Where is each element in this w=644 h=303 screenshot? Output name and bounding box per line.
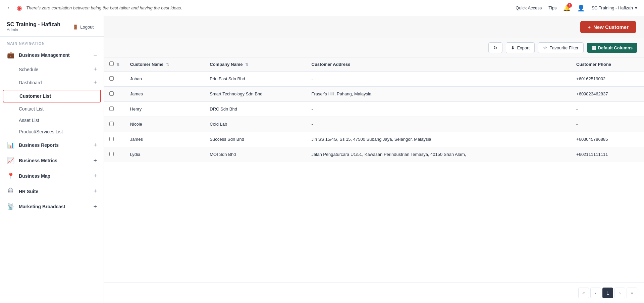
row-checkbox[interactable] (109, 106, 114, 111)
new-customer-label: New Customer (593, 24, 629, 30)
favourite-icon: ☆ (543, 45, 547, 50)
business-reports-icon: 📊 (7, 141, 15, 149)
business-map-label: Business Map (19, 173, 50, 179)
row-checkbox[interactable] (109, 122, 114, 126)
sidebar-item-dashboard[interactable]: Dashboard + (0, 76, 104, 89)
dashboard-toggle[interactable]: + (93, 79, 97, 86)
customer-table-container: ⇅ Customer Name ⇅ Company Name ⇅ Custome… (104, 57, 644, 283)
table-toolbar: ↻ ⬇ Export ☆ Favourite Filter ▦ Default … (104, 38, 644, 57)
pagination: « ‹ 1 › » (104, 283, 644, 303)
header-company-name-label: Company Name (210, 62, 243, 67)
notification-icon[interactable]: 🔔 1 (563, 4, 571, 12)
default-columns-button[interactable]: ▦ Default Columns (587, 43, 637, 53)
quick-access-link[interactable]: Quick Access (516, 5, 542, 10)
header-company-name[interactable]: Company Name ⇅ (204, 57, 306, 71)
business-metrics-toggle[interactable]: + (93, 157, 97, 164)
favourite-filter-button[interactable]: ☆ Favourite Filter (538, 42, 584, 53)
refresh-icon: ↻ (493, 45, 497, 50)
business-reports-toggle[interactable]: + (93, 142, 97, 149)
business-map-icon: 📍 (7, 172, 15, 180)
pagination-first[interactable]: « (578, 288, 589, 298)
sidebar-item-customer-list[interactable]: Customer List (3, 90, 101, 102)
export-button[interactable]: ⬇ Export (506, 42, 535, 53)
hr-suite-label: HR Suite (19, 189, 38, 194)
export-icon: ⬇ (511, 45, 515, 50)
table-row[interactable]: Nicole Cold Lab - - (104, 117, 644, 132)
marketing-broadcast-toggle[interactable]: + (93, 203, 97, 210)
cell-customer-address: - (306, 102, 571, 117)
customer-table: ⇅ Customer Name ⇅ Company Name ⇅ Custome… (104, 57, 644, 162)
sidebar-item-asset-list[interactable]: Asset List (0, 115, 104, 126)
row-checkbox-cell (104, 147, 125, 162)
header-customer-name[interactable]: Customer Name ⇅ (125, 57, 205, 71)
business-management-icon: 💼 (7, 51, 15, 59)
nav-section-label: MAIN NAVIGATION (0, 37, 104, 47)
cell-customer-address: Jalan Pengaturcara U1/51, Kawasan Perind… (306, 147, 571, 162)
row-checkbox[interactable] (109, 91, 114, 96)
schedule-toggle[interactable]: + (93, 66, 97, 73)
topbar-quote: There's zero correlation between being t… (26, 5, 182, 10)
business-map-toggle[interactable]: + (93, 173, 97, 180)
new-customer-icon: + (588, 24, 591, 30)
table-row[interactable]: James Success Sdn Bhd Jln SS 15/4G, Ss 1… (104, 132, 644, 147)
sort-icon-row[interactable]: ⇅ (116, 62, 119, 67)
sort-customer-name-icon[interactable]: ⇅ (166, 62, 169, 67)
main-content: + New Customer ↻ ⬇ Export ☆ Favourite Fi… (104, 16, 644, 303)
cell-customer-phone: +6098234628​37 (571, 87, 644, 102)
marketing-broadcast-icon: 📡 (7, 203, 15, 210)
back-icon[interactable]: ← (7, 4, 13, 11)
business-metrics-icon: 📈 (7, 157, 15, 164)
business-management-label: Business Management (19, 52, 70, 58)
logout-button[interactable]: 🚪 Logout (69, 23, 97, 32)
tips-link[interactable]: Tips (548, 5, 556, 10)
cell-customer-name: Nicole (125, 117, 205, 132)
pagination-prev[interactable]: ‹ (590, 288, 601, 298)
business-management-toggle[interactable]: − (93, 52, 97, 59)
pagination-last[interactable]: » (627, 288, 637, 298)
pagination-current[interactable]: 1 (602, 288, 613, 298)
table-row[interactable]: Johan PrintFast Sdn Bhd - +60162519002 (104, 71, 644, 87)
topbar-user[interactable]: SC Training - Hafizah ▾ (591, 5, 637, 10)
sidebar-username: SC Training - Hafizah (7, 21, 60, 28)
columns-label: Default Columns (598, 45, 633, 50)
marketing-broadcast-label: Marketing Broadcast (19, 204, 65, 209)
sidebar-item-hr-suite[interactable]: 🏛 HR Suite + (0, 184, 104, 199)
table-row[interactable]: Lydia MOI Sdn Bhd Jalan Pengaturcara U1/… (104, 147, 644, 162)
columns-icon: ▦ (592, 45, 596, 50)
cell-customer-address: Jln SS 15/4G, Ss 15, 47500 Subang Jaya, … (306, 132, 571, 147)
sort-company-name-icon[interactable]: ⇅ (245, 62, 248, 67)
header-customer-name-label: Customer Name (130, 62, 164, 67)
header-customer-address: Customer Address (306, 57, 571, 71)
sidebar-item-business-reports[interactable]: 📊 Business Reports + (0, 137, 104, 153)
sidebar-item-business-management[interactable]: 💼 Business Management − (0, 47, 104, 63)
refresh-button[interactable]: ↻ (488, 42, 502, 53)
row-checkbox[interactable] (109, 152, 114, 156)
pagination-next[interactable]: › (614, 288, 625, 298)
table-row[interactable]: Henry DRC Sdn Bhd - - (104, 102, 644, 117)
hr-suite-icon: 🏛 (7, 188, 15, 195)
new-customer-button[interactable]: + New Customer (580, 21, 636, 33)
sidebar-item-business-metrics[interactable]: 📈 Business Metrics + (0, 153, 104, 168)
business-reports-label: Business Reports (19, 142, 59, 148)
export-label: Export (517, 45, 530, 50)
cell-company-name: Smart Technology Sdn Bhd (204, 87, 306, 102)
topbar-left: ← ◉ There's zero correlation between bei… (7, 4, 182, 12)
cell-customer-phone: +60162519002 (571, 71, 644, 87)
row-checkbox[interactable] (109, 137, 114, 141)
row-checkbox[interactable] (109, 76, 114, 81)
sidebar-user-info: SC Training - Hafizah Admin (7, 21, 60, 32)
hr-suite-toggle[interactable]: + (93, 188, 97, 195)
sidebar-item-contact-list[interactable]: Contact List (0, 103, 104, 115)
sidebar-item-marketing-broadcast[interactable]: 📡 Marketing Broadcast + (0, 199, 104, 214)
sidebar-item-business-map[interactable]: 📍 Business Map + (0, 168, 104, 184)
sidebar-header: SC Training - Hafizah Admin 🚪 Logout (0, 16, 104, 37)
cell-customer-phone: +603045786885 (571, 132, 644, 147)
table-row[interactable]: James Smart Technology Sdn Bhd Fraser's … (104, 87, 644, 102)
sidebar-item-product-services-list[interactable]: Product/Services List (0, 126, 104, 137)
sidebar-role: Admin (7, 28, 60, 32)
row-checkbox-cell (104, 87, 125, 102)
logout-icon: 🚪 (73, 25, 78, 30)
cell-company-name: Cold Lab (204, 117, 306, 132)
select-all-checkbox[interactable] (109, 61, 114, 66)
sidebar-item-schedule[interactable]: Schedule + (0, 63, 104, 76)
